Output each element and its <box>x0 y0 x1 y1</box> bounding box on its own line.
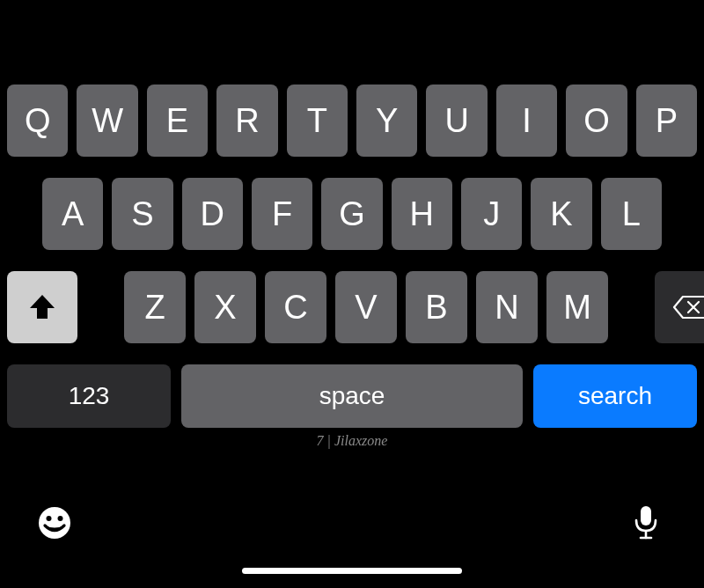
key-g[interactable]: G <box>321 178 382 250</box>
svg-rect-3 <box>641 506 651 526</box>
caption-text: 7 | Jilaxzone <box>7 433 697 449</box>
key-e[interactable]: E <box>147 85 208 157</box>
key-s[interactable]: S <box>112 178 172 250</box>
home-indicator[interactable] <box>242 568 462 574</box>
spacer <box>617 271 646 343</box>
shift-icon <box>28 294 56 320</box>
on-screen-keyboard: Q W E R T Y U I O P A S D F G H J K L Z … <box>7 85 697 449</box>
delete-icon <box>672 294 704 320</box>
mic-icon <box>633 504 659 541</box>
svg-point-1 <box>47 516 52 521</box>
emoji-button[interactable] <box>35 503 74 542</box>
spacer <box>86 271 115 343</box>
key-q[interactable]: Q <box>7 85 68 157</box>
key-u[interactable]: U <box>426 85 487 157</box>
delete-key[interactable] <box>655 271 704 343</box>
key-h[interactable]: H <box>392 178 452 250</box>
key-v[interactable]: V <box>335 271 397 343</box>
key-a[interactable]: A <box>42 178 103 250</box>
key-y[interactable]: Y <box>356 85 417 157</box>
keyboard-row-2: A S D F G H J K L <box>7 178 697 250</box>
keyboard-row-1: Q W E R T Y U I O P <box>7 85 697 157</box>
numeric-key[interactable]: 123 <box>7 364 171 428</box>
search-key[interactable]: search <box>533 364 697 428</box>
key-l[interactable]: L <box>601 178 662 250</box>
emoji-icon <box>37 505 72 540</box>
microphone-button[interactable] <box>628 503 664 542</box>
key-n[interactable]: N <box>476 271 538 343</box>
key-j[interactable]: J <box>461 178 522 250</box>
key-x[interactable]: X <box>194 271 256 343</box>
key-f[interactable]: F <box>252 178 312 250</box>
keyboard-row-4: 123 space search <box>7 364 697 428</box>
key-r[interactable]: R <box>216 85 277 157</box>
key-b[interactable]: B <box>406 271 467 343</box>
key-p[interactable]: P <box>636 85 697 157</box>
key-k[interactable]: K <box>531 178 591 250</box>
key-m[interactable]: M <box>546 271 608 343</box>
key-c[interactable]: C <box>265 271 326 343</box>
keyboard-row-3: Z X C V B N M <box>7 271 697 343</box>
shift-key[interactable] <box>7 271 77 343</box>
key-t[interactable]: T <box>287 85 348 157</box>
key-d[interactable]: D <box>182 178 243 250</box>
svg-point-0 <box>39 507 70 539</box>
key-z[interactable]: Z <box>124 271 186 343</box>
bottom-bar <box>0 503 704 574</box>
key-w[interactable]: W <box>77 85 137 157</box>
key-i[interactable]: I <box>496 85 557 157</box>
space-key[interactable]: space <box>181 364 523 428</box>
svg-point-2 <box>58 516 63 521</box>
key-o[interactable]: O <box>566 85 627 157</box>
